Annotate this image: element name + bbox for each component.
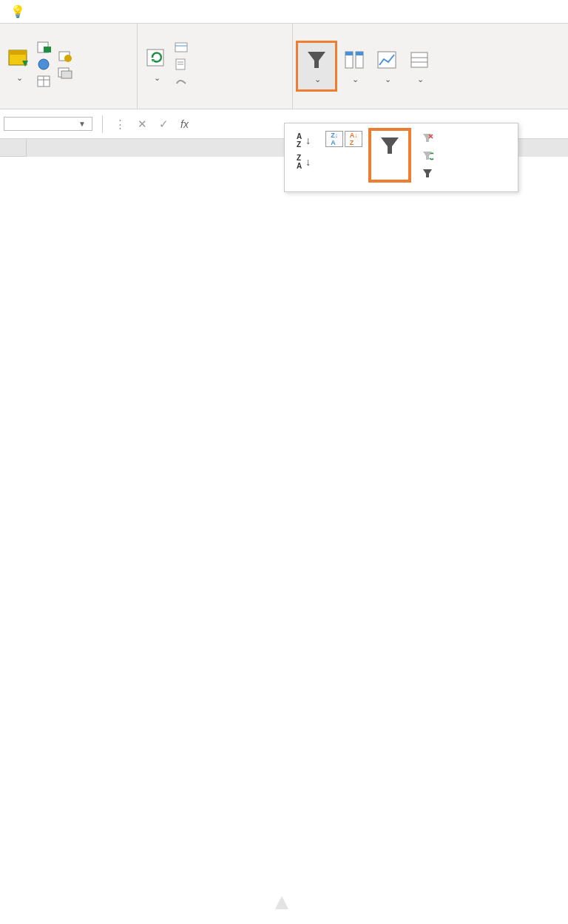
svg-point-10 <box>64 55 72 62</box>
existing-conn-icon[interactable] <box>57 66 73 81</box>
sort-dialog-icon-1: Z↓A <box>325 131 343 147</box>
advanced-button[interactable] <box>419 166 440 180</box>
funnel-icon <box>304 47 329 72</box>
bulb-icon: 💡 <box>10 4 25 18</box>
sort-filter-button[interactable] <box>296 41 337 92</box>
get-data-icon <box>6 46 31 71</box>
forecast-button[interactable] <box>371 45 402 87</box>
refresh-icon <box>143 46 169 71</box>
svg-marker-34 <box>423 169 432 177</box>
outline-button[interactable] <box>404 45 435 87</box>
group-queries-label <box>138 105 292 109</box>
outline-icon <box>407 47 432 72</box>
svg-marker-20 <box>308 52 325 68</box>
svg-marker-30 <box>423 134 432 142</box>
sort-za-button[interactable]: ZA↓ <box>294 152 314 171</box>
queries-icon[interactable] <box>174 40 190 55</box>
svg-rect-15 <box>175 43 187 52</box>
filter-funnel-icon <box>379 135 401 156</box>
filter-button[interactable] <box>368 128 411 183</box>
enter-icon[interactable]: ✓ <box>153 118 175 131</box>
cancel-icon[interactable]: ✕ <box>132 118 153 131</box>
data-tools-button[interactable] <box>339 45 370 87</box>
properties-icon[interactable] <box>174 57 190 72</box>
sort-filter-popup: AZ↓ ZA↓ Z↓A A↓Z <box>284 123 518 192</box>
fx-icon[interactable]: fx <box>175 118 195 130</box>
from-text-icon[interactable] <box>36 40 53 55</box>
svg-marker-29 <box>381 137 399 154</box>
recent-sources-icon[interactable] <box>57 49 73 64</box>
name-box[interactable]: ▼ <box>4 117 92 131</box>
svg-rect-1 <box>9 50 27 55</box>
group-get-label <box>0 105 137 109</box>
svg-rect-4 <box>44 47 51 52</box>
select-all-corner[interactable] <box>0 139 27 157</box>
menu-bar: 💡 <box>0 0 568 24</box>
tell-me[interactable]: 💡 <box>10 4 30 18</box>
edit-links-icon[interactable] <box>174 74 190 89</box>
reapply-button <box>419 149 440 162</box>
get-data-button[interactable] <box>3 44 34 86</box>
forecast-icon <box>374 47 399 72</box>
chevron-down-icon[interactable]: ▼ <box>78 120 86 128</box>
sort-dialog-icon-2: A↓Z <box>345 131 362 147</box>
from-table-icon[interactable] <box>36 74 53 89</box>
svg-rect-26 <box>411 52 427 67</box>
svg-rect-23 <box>345 52 353 55</box>
namebox-handle-icon: ⋮ <box>109 118 132 131</box>
popup-footer <box>288 183 515 187</box>
worksheet-grid[interactable] <box>0 157 568 822</box>
clear-button <box>419 131 440 144</box>
svg-rect-12 <box>61 71 72 78</box>
data-tools-icon <box>342 47 367 72</box>
from-web-icon[interactable] <box>36 57 53 72</box>
ribbon <box>0 24 568 109</box>
svg-rect-25 <box>378 52 396 68</box>
svg-point-5 <box>38 59 49 69</box>
refresh-all-button[interactable] <box>141 44 172 86</box>
svg-rect-24 <box>356 52 363 55</box>
sort-az-button[interactable]: AZ↓ <box>294 131 314 150</box>
